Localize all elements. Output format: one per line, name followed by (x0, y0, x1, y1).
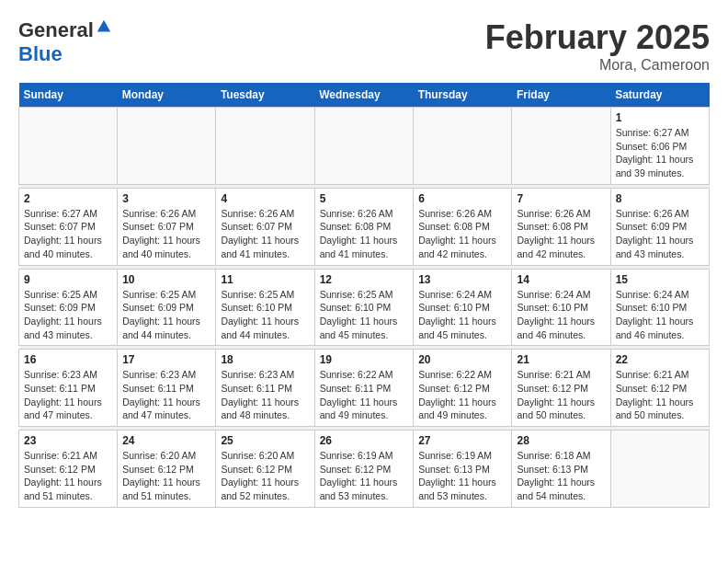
day-info: Sunrise: 6:19 AM Sunset: 6:12 PM Dayligh… (320, 449, 409, 503)
day-cell (610, 431, 709, 508)
header-monday: Monday (118, 83, 216, 108)
day-info: Sunrise: 6:22 AM Sunset: 6:12 PM Dayligh… (418, 368, 506, 422)
day-number: 17 (122, 353, 210, 366)
day-cell: 9Sunrise: 6:25 AM Sunset: 6:09 PM Daylig… (19, 269, 118, 346)
day-cell (314, 108, 414, 185)
week-row-2: 2Sunrise: 6:27 AM Sunset: 6:07 PM Daylig… (19, 188, 710, 265)
week-row-5: 23Sunrise: 6:21 AM Sunset: 6:12 PM Dayli… (19, 431, 710, 508)
day-info: Sunrise: 6:25 AM Sunset: 6:10 PM Dayligh… (320, 288, 409, 342)
day-number: 11 (221, 273, 309, 286)
day-cell: 28Sunrise: 6:18 AM Sunset: 6:13 PM Dayli… (512, 431, 610, 508)
day-number: 9 (24, 273, 112, 286)
logo: General Blue (18, 18, 112, 66)
day-cell: 7Sunrise: 6:26 AM Sunset: 6:08 PM Daylig… (512, 188, 610, 265)
day-cell: 19Sunrise: 6:22 AM Sunset: 6:11 PM Dayli… (314, 350, 414, 427)
header-wednesday: Wednesday (314, 83, 414, 108)
day-cell: 10Sunrise: 6:25 AM Sunset: 6:09 PM Dayli… (118, 269, 216, 346)
day-number: 24 (122, 434, 210, 447)
day-info: Sunrise: 6:20 AM Sunset: 6:12 PM Dayligh… (221, 449, 309, 503)
day-info: Sunrise: 6:19 AM Sunset: 6:13 PM Dayligh… (418, 449, 506, 503)
day-info: Sunrise: 6:27 AM Sunset: 6:07 PM Dayligh… (24, 207, 112, 261)
day-info: Sunrise: 6:26 AM Sunset: 6:08 PM Dayligh… (418, 207, 506, 261)
day-number: 6 (418, 192, 506, 205)
location: Mora, Cameroon (485, 57, 710, 74)
day-cell: 20Sunrise: 6:22 AM Sunset: 6:12 PM Dayli… (414, 350, 512, 427)
day-cell (512, 108, 610, 185)
day-cell: 14Sunrise: 6:24 AM Sunset: 6:10 PM Dayli… (512, 269, 610, 346)
day-number: 27 (418, 434, 506, 447)
day-number: 22 (616, 353, 704, 366)
day-info: Sunrise: 6:23 AM Sunset: 6:11 PM Dayligh… (122, 368, 210, 422)
day-number: 12 (320, 273, 409, 286)
day-cell: 1Sunrise: 6:27 AM Sunset: 6:06 PM Daylig… (610, 108, 709, 185)
header-tuesday: Tuesday (216, 83, 314, 108)
day-info: Sunrise: 6:26 AM Sunset: 6:07 PM Dayligh… (122, 207, 210, 261)
week-row-4: 16Sunrise: 6:23 AM Sunset: 6:11 PM Dayli… (19, 350, 710, 427)
day-info: Sunrise: 6:23 AM Sunset: 6:11 PM Dayligh… (221, 368, 309, 422)
day-number: 25 (221, 434, 309, 447)
day-cell: 23Sunrise: 6:21 AM Sunset: 6:12 PM Dayli… (19, 431, 118, 508)
day-info: Sunrise: 6:24 AM Sunset: 6:10 PM Dayligh… (616, 288, 704, 342)
day-cell: 3Sunrise: 6:26 AM Sunset: 6:07 PM Daylig… (118, 188, 216, 265)
header-sunday: Sunday (19, 83, 118, 108)
day-number: 4 (221, 192, 309, 205)
day-cell: 27Sunrise: 6:19 AM Sunset: 6:13 PM Dayli… (414, 431, 512, 508)
day-info: Sunrise: 6:25 AM Sunset: 6:09 PM Dayligh… (122, 288, 210, 342)
day-info: Sunrise: 6:25 AM Sunset: 6:10 PM Dayligh… (221, 288, 309, 342)
week-row-3: 9Sunrise: 6:25 AM Sunset: 6:09 PM Daylig… (19, 269, 710, 346)
day-number: 7 (517, 192, 605, 205)
day-number: 13 (418, 273, 506, 286)
header-saturday: Saturday (610, 83, 709, 108)
header-friday: Friday (512, 83, 610, 108)
weekday-header-row: SundayMondayTuesdayWednesdayThursdayFrid… (19, 83, 710, 108)
day-info: Sunrise: 6:26 AM Sunset: 6:08 PM Dayligh… (517, 207, 605, 261)
day-number: 16 (24, 353, 112, 366)
day-number: 5 (320, 192, 409, 205)
day-number: 20 (418, 353, 506, 366)
day-cell: 16Sunrise: 6:23 AM Sunset: 6:11 PM Dayli… (19, 350, 118, 427)
day-cell: 15Sunrise: 6:24 AM Sunset: 6:10 PM Dayli… (610, 269, 709, 346)
day-info: Sunrise: 6:21 AM Sunset: 6:12 PM Dayligh… (517, 368, 605, 422)
day-cell: 18Sunrise: 6:23 AM Sunset: 6:11 PM Dayli… (216, 350, 314, 427)
day-number: 26 (320, 434, 409, 447)
day-cell: 22Sunrise: 6:21 AM Sunset: 6:12 PM Dayli… (610, 350, 709, 427)
day-cell: 17Sunrise: 6:23 AM Sunset: 6:11 PM Dayli… (118, 350, 216, 427)
month-title: February 2025 (485, 18, 710, 57)
day-info: Sunrise: 6:21 AM Sunset: 6:12 PM Dayligh… (616, 368, 704, 422)
day-cell: 12Sunrise: 6:25 AM Sunset: 6:10 PM Dayli… (314, 269, 414, 346)
day-cell: 26Sunrise: 6:19 AM Sunset: 6:12 PM Dayli… (314, 431, 414, 508)
calendar-table: SundayMondayTuesdayWednesdayThursdayFrid… (18, 83, 710, 508)
day-cell: 21Sunrise: 6:21 AM Sunset: 6:12 PM Dayli… (512, 350, 610, 427)
day-info: Sunrise: 6:18 AM Sunset: 6:13 PM Dayligh… (517, 449, 605, 503)
day-cell: 2Sunrise: 6:27 AM Sunset: 6:07 PM Daylig… (19, 188, 118, 265)
day-cell: 25Sunrise: 6:20 AM Sunset: 6:12 PM Dayli… (216, 431, 314, 508)
svg-marker-0 (97, 20, 110, 32)
day-number: 21 (517, 353, 605, 366)
day-cell: 5Sunrise: 6:26 AM Sunset: 6:08 PM Daylig… (314, 188, 414, 265)
day-info: Sunrise: 6:26 AM Sunset: 6:07 PM Dayligh… (221, 207, 309, 261)
day-number: 1 (616, 111, 704, 124)
day-info: Sunrise: 6:21 AM Sunset: 6:12 PM Dayligh… (24, 449, 112, 503)
day-number: 3 (122, 192, 210, 205)
day-cell: 8Sunrise: 6:26 AM Sunset: 6:09 PM Daylig… (610, 188, 709, 265)
day-number: 8 (616, 192, 704, 205)
day-cell: 24Sunrise: 6:20 AM Sunset: 6:12 PM Dayli… (118, 431, 216, 508)
day-info: Sunrise: 6:26 AM Sunset: 6:09 PM Dayligh… (616, 207, 704, 261)
day-info: Sunrise: 6:22 AM Sunset: 6:11 PM Dayligh… (320, 368, 409, 422)
day-cell: 13Sunrise: 6:24 AM Sunset: 6:10 PM Dayli… (414, 269, 512, 346)
day-cell: 6Sunrise: 6:26 AM Sunset: 6:08 PM Daylig… (414, 188, 512, 265)
day-cell (216, 108, 314, 185)
logo-blue: Blue (18, 42, 112, 66)
title-block: February 2025 Mora, Cameroon (485, 18, 710, 74)
day-number: 19 (320, 353, 409, 366)
day-cell (414, 108, 512, 185)
day-info: Sunrise: 6:26 AM Sunset: 6:08 PM Dayligh… (320, 207, 409, 261)
day-info: Sunrise: 6:27 AM Sunset: 6:06 PM Dayligh… (616, 126, 704, 180)
header-thursday: Thursday (414, 83, 512, 108)
day-info: Sunrise: 6:23 AM Sunset: 6:11 PM Dayligh… (24, 368, 112, 422)
day-info: Sunrise: 6:24 AM Sunset: 6:10 PM Dayligh… (517, 288, 605, 342)
day-info: Sunrise: 6:24 AM Sunset: 6:10 PM Dayligh… (418, 288, 506, 342)
day-cell: 11Sunrise: 6:25 AM Sunset: 6:10 PM Dayli… (216, 269, 314, 346)
week-row-1: 1Sunrise: 6:27 AM Sunset: 6:06 PM Daylig… (19, 108, 710, 185)
page-header: General Blue February 2025 Mora, Cameroo… (18, 18, 710, 74)
